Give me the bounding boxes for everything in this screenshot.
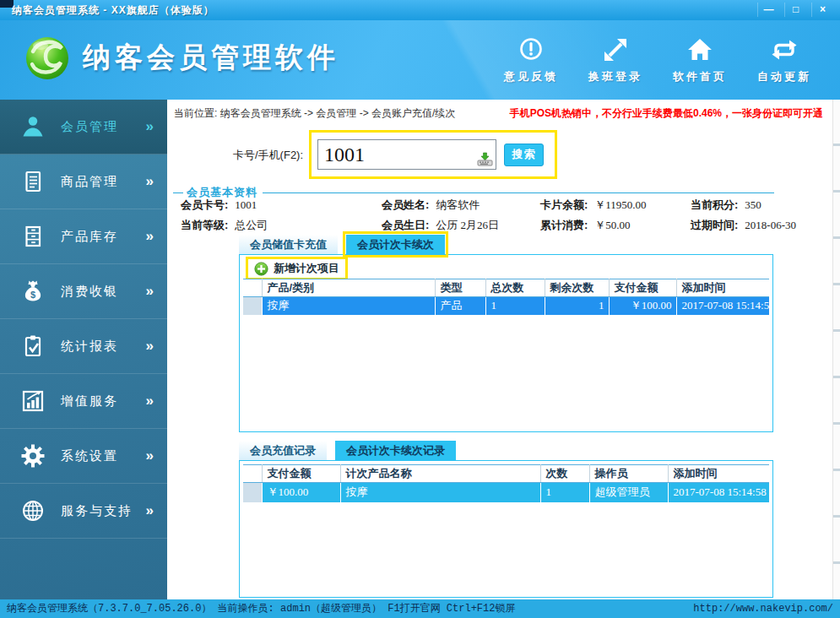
sidebar-item-cashier[interactable]: $ 消费收银 » <box>0 264 167 319</box>
cell-payment-amount: ￥100.00 <box>609 297 676 315</box>
col-payment-amount: 支付金额 <box>609 279 676 297</box>
sidebar-item-support[interactable]: 服务与支持 » <box>0 484 167 539</box>
shift-login-icon <box>578 34 653 66</box>
sidebar-item-label: 服务与支持 <box>61 503 146 519</box>
record-tabs: 会员充值记录 会员计次卡续次记录 <box>239 441 456 460</box>
sidebar-item-label: 增值服务 <box>61 393 146 409</box>
field-birthday: 会员生日: 公历 2月26日 <box>382 216 540 235</box>
shift-login-label: 换班登录 <box>578 69 653 84</box>
col-row-selector <box>243 279 262 297</box>
cell-total-count: 1 <box>485 297 545 315</box>
field-current-level: 当前等级: 总公司 <box>181 216 382 235</box>
col-count-product-name: 计次产品名称 <box>340 465 540 483</box>
sidebar-item-label: 系统设置 <box>61 448 146 464</box>
logo-swirl-icon <box>24 34 71 81</box>
auto-update-label: 自动更新 <box>747 69 821 84</box>
minimize-button[interactable]: — <box>757 3 779 17</box>
sidebar-item-label: 会员管理 <box>61 119 146 135</box>
add-count-item-label: 新增计次项目 <box>274 261 339 276</box>
sidebar-item-settings[interactable]: 系统设置 » <box>0 429 167 484</box>
chevron-right-icon: » <box>146 173 154 190</box>
col-count: 次数 <box>540 465 589 483</box>
close-button[interactable]: × <box>811 3 833 17</box>
chevron-right-icon: » <box>146 447 154 464</box>
app-logo: 纳客会员管理软件 <box>24 34 339 81</box>
sidebar-item-goods-management[interactable]: 商品管理 » <box>0 154 167 209</box>
auto-update-icon <box>747 34 821 66</box>
goods-icon <box>17 169 49 194</box>
tab-recharge-records[interactable]: 会员充值记录 <box>239 441 327 460</box>
auto-update-button[interactable]: 自动更新 <box>747 34 821 84</box>
feedback-label: 意见反馈 <box>494 69 568 84</box>
gear-icon <box>17 443 49 469</box>
search-button[interactable]: 搜索 <box>504 144 544 166</box>
cell-add-time: 2017-07-08 15:14:58 <box>668 483 769 502</box>
tab-stored-value-recharge[interactable]: 会员储值卡充值 <box>239 235 338 254</box>
count-table-row[interactable]: 按摩 产品 1 1 ￥100.00 2017-07-08 15:14:58 <box>243 297 769 315</box>
record-panel: 支付金额 计次产品名称 次数 操作员 添加时间 ￥100.00 按摩 1 超级管… <box>239 460 773 598</box>
member-info-grid: 会员卡号: 1001 会员姓名: 纳客软件 卡片余额: ￥11950.00 当前… <box>181 196 777 235</box>
sidebar-item-label: 产品库存 <box>61 229 146 245</box>
sidebar-item-label: 消费收银 <box>61 284 146 300</box>
collapsed-panel-strip[interactable] <box>832 100 840 599</box>
window-controls: — □ × <box>757 3 833 17</box>
tab-count-card-renewal[interactable]: 会员计次卡续次 <box>346 235 445 254</box>
record-table-header-row: 支付金额 计次产品名称 次数 操作员 添加时间 <box>243 465 769 483</box>
col-add-time: 添加时间 <box>676 279 769 297</box>
chevron-right-icon: » <box>146 118 154 135</box>
record-table: 支付金额 计次产品名称 次数 操作员 添加时间 ￥100.00 按摩 1 超级管… <box>243 464 769 502</box>
cell-product: 按摩 <box>262 297 435 315</box>
shift-login-button[interactable]: 换班登录 <box>578 34 653 84</box>
cashier-icon: $ <box>17 279 49 304</box>
field-member-name: 会员姓名: 纳客软件 <box>382 196 540 214</box>
sidebar-item-value-services[interactable]: 增值服务 » <box>0 374 167 429</box>
status-info: 纳客会员管理系统（7.3.7.0_7.05.26.0） 当前操作员: admin… <box>7 599 515 618</box>
count-table-header-row: 产品/类别 类型 总次数 剩余次数 支付金额 添加时间 <box>243 279 769 297</box>
col-product-category: 产品/类别 <box>262 279 435 297</box>
cell-operator: 超级管理员 <box>589 483 668 502</box>
search-highlight-box: 搜索 <box>309 130 557 179</box>
feedback-button[interactable]: 意见反馈 <box>494 34 568 84</box>
chevron-right-icon: » <box>146 283 154 300</box>
sidebar-item-reports[interactable]: 统计报表 » <box>0 319 167 374</box>
breadcrumb: 当前位置: 纳客会员管理系统 -> 会员管理 -> 会员账户充值/续次 <box>174 106 455 121</box>
app-header: 纳客会员管理软件 意见反馈 <box>0 20 840 100</box>
value-service-icon <box>17 388 49 414</box>
globe-icon <box>17 498 49 523</box>
field-total-consumption: 累计消费: ￥50.00 <box>540 216 691 235</box>
plus-icon <box>254 262 268 276</box>
col-add-time: 添加时间 <box>668 465 769 483</box>
field-card-balance: 卡片余额: ￥11950.00 <box>540 196 691 214</box>
cell-count: 1 <box>540 483 589 502</box>
member-icon <box>17 114 49 139</box>
tab-count-renewal-records[interactable]: 会员计次卡续次记录 <box>335 441 456 460</box>
cell-payment-amount: ￥100.00 <box>262 483 340 502</box>
card-input-wrap <box>317 139 496 170</box>
chevron-right-icon: » <box>146 502 154 519</box>
sidebar-item-inventory[interactable]: 产品库存 » <box>0 209 167 264</box>
col-total-count: 总次数 <box>485 279 545 297</box>
report-icon <box>17 333 49 359</box>
status-bar: 纳客会员管理系统（7.3.7.0_7.05.26.0） 当前操作员: admin… <box>0 599 840 618</box>
home-icon <box>663 34 737 66</box>
inventory-icon <box>17 224 49 249</box>
col-payment-amount: 支付金额 <box>262 465 340 483</box>
header-actions: 意见反馈 换班登录 软件首页 <box>494 34 821 84</box>
home-button[interactable]: 软件首页 <box>663 34 737 84</box>
chevron-right-icon: » <box>146 228 154 245</box>
card-number-label: 卡号/手机(F2): <box>233 148 303 163</box>
cell-add-time: 2017-07-08 15:14:58 <box>676 297 769 315</box>
field-current-points: 当前积分: 350 <box>691 196 796 214</box>
status-url[interactable]: http://www.nakevip.com/ <box>693 599 833 618</box>
add-count-item-button[interactable]: 新增计次项目 <box>249 260 344 277</box>
card-number-input[interactable] <box>318 140 496 169</box>
record-table-row[interactable]: ￥100.00 按摩 1 超级管理员 2017-07-08 15:14:58 <box>243 483 769 502</box>
maximize-button[interactable]: □ <box>784 3 806 17</box>
divider-line <box>263 192 774 193</box>
app-window: 纳客会员管理系统 - XX旗舰店（体验版） — □ × <box>0 0 840 618</box>
chevron-right-icon: » <box>146 393 154 409</box>
field-card-number: 会员卡号: 1001 <box>181 196 382 214</box>
sidebar-item-member-management[interactable]: 会员管理 » <box>0 100 167 154</box>
chevron-right-icon: » <box>146 338 154 355</box>
logo-text: 纳客会员管理软件 <box>83 39 339 77</box>
